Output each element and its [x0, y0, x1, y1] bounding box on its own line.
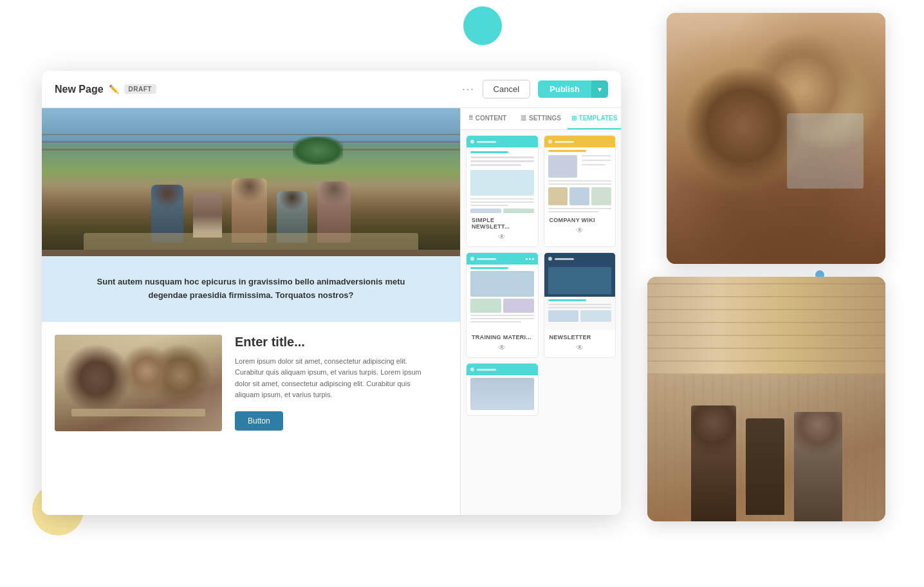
template-preview-1: [467, 136, 538, 213]
draft-badge: DRAFT: [124, 84, 156, 94]
canvas-section-title: Enter title...: [235, 335, 434, 349]
more-options-button[interactable]: ···: [462, 84, 474, 95]
template-eye-2[interactable]: 👁: [550, 226, 611, 235]
publish-button-group: Publish ▾: [538, 80, 608, 98]
page-canvas: Sunt autem nusquam hoc epicurus in gravi…: [42, 108, 460, 515]
canvas-quote-text: Sunt autem nusquam hoc epicurus in gravi…: [80, 275, 421, 303]
template-card-partial[interactable]: [466, 363, 539, 416]
canvas-quote-section: Sunt autem nusquam hoc epicurus in gravi…: [42, 256, 460, 322]
publish-button[interactable]: Publish: [538, 80, 591, 98]
template-info-1: SIMPLE NEWSLETT... 👁: [467, 213, 538, 247]
template-eye-1[interactable]: 👁: [472, 232, 533, 241]
office-photo-top: [667, 13, 885, 264]
template-preview-2: [544, 136, 616, 213]
template-name-3: TRAINING MATERI...: [472, 334, 533, 340]
tab-settings-label: SETTINGS: [529, 115, 561, 122]
canvas-cta-button[interactable]: Button: [235, 411, 283, 431]
canvas-content-image: [55, 335, 222, 431]
tab-settings[interactable]: ☰ SETTINGS: [514, 108, 568, 129]
template-preview-4: [544, 253, 616, 330]
publish-dropdown-arrow[interactable]: ▾: [591, 80, 608, 98]
library-photo-bottom: [647, 277, 885, 521]
canvas-text-block: Enter title... Lorem ipsum dolor sit ame…: [222, 335, 447, 431]
template-info-4: NEWSLETTER 👁: [544, 330, 616, 357]
template-card-training[interactable]: TRAINING MATERI... 👁: [466, 252, 539, 358]
panel-tabs: ⠿ CONTENT ☰ SETTINGS ⊞ TEMPLATES: [461, 108, 621, 130]
settings-tab-icon: ☰: [521, 115, 526, 122]
canvas-body-text: Lorem ipsum dolor sit amet, consectetur …: [235, 356, 434, 401]
edit-icon[interactable]: ✏️: [109, 84, 119, 94]
editor-body: Sunt autem nusquam hoc epicurus in gravi…: [42, 108, 621, 515]
right-panel: ⠿ CONTENT ☰ SETTINGS ⊞ TEMPLATES: [460, 108, 621, 515]
template-eye-4[interactable]: 👁: [550, 343, 611, 352]
template-card-company-wiki[interactable]: COMPANY WIKI 👁: [544, 135, 616, 247]
editor-window: New Page ✏️ DRAFT ··· Cancel Publish ▾: [42, 71, 621, 515]
template-grid: SIMPLE NEWSLETT... 👁: [461, 130, 621, 515]
editor-header: New Page ✏️ DRAFT ··· Cancel Publish ▾: [42, 71, 621, 108]
templates-tab-icon: ⊞: [571, 115, 577, 122]
template-preview-3: [467, 253, 538, 330]
template-eye-3[interactable]: 👁: [472, 343, 533, 352]
template-name-4: NEWSLETTER: [550, 334, 611, 340]
template-preview-5: [467, 364, 538, 415]
template-info-2: COMPANY WIKI 👁: [544, 213, 616, 240]
cancel-button[interactable]: Cancel: [483, 80, 530, 98]
hero-image-area: [42, 108, 460, 256]
tab-content-label: CONTENT: [476, 115, 506, 122]
template-name-1: SIMPLE NEWSLETT...: [472, 217, 533, 230]
template-info-3: TRAINING MATERI... 👁: [467, 330, 538, 357]
template-name-2: COMPANY WIKI: [550, 217, 611, 223]
content-tab-icon: ⠿: [468, 115, 473, 122]
editor-title-group: New Page ✏️ DRAFT: [55, 84, 156, 95]
decorative-circle-teal: [463, 6, 502, 45]
template-card-simple-newsletter[interactable]: SIMPLE NEWSLETT... 👁: [466, 135, 539, 247]
template-card-newsletter[interactable]: NEWSLETTER 👁: [544, 252, 616, 358]
tab-content[interactable]: ⠿ CONTENT: [461, 108, 514, 129]
tab-templates-label: TEMPLATES: [579, 115, 618, 122]
page-title: New Page: [55, 84, 104, 95]
tab-templates[interactable]: ⊞ TEMPLATES: [568, 108, 621, 129]
header-actions: ··· Cancel Publish ▾: [462, 80, 608, 98]
canvas-content-block: Enter title... Lorem ipsum dolor sit ame…: [42, 322, 460, 444]
